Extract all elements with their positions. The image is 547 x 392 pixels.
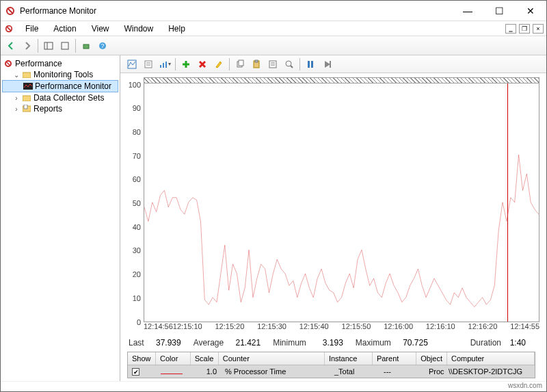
change-graph-type-button[interactable]: ▾ [157,57,172,72]
update-data-button[interactable] [319,57,334,72]
mdi-close-button[interactable]: × [533,24,544,34]
copy-properties-button[interactable] [232,57,248,72]
x-tick: 12:14:55 [510,322,539,335]
close-button[interactable]: ✕ [515,1,546,21]
stats-maximum-label: Maximum [356,338,391,348]
footer-text: wsxdn.com [508,382,542,389]
properties-button-chart[interactable] [265,57,280,72]
back-button[interactable] [3,38,18,53]
svg-rect-21 [160,65,161,68]
refresh-icon[interactable] [79,38,94,53]
th-color[interactable]: Color [156,352,191,365]
svg-rect-6 [62,42,68,49]
title-bar: Performance Monitor — ☐ ✕ [1,1,546,21]
view-current-activity-button[interactable] [124,57,139,72]
mdi-restore-button[interactable]: ❐ [519,24,530,34]
help-icon[interactable]: ? [95,38,110,53]
menu-window[interactable]: Window [120,23,158,35]
menu-action[interactable]: Action [49,23,80,35]
svg-rect-7 [83,44,89,49]
x-tick: 12:15:50 [342,322,384,335]
svg-point-35 [286,61,291,66]
cell-counter: % Processor Time [221,365,330,378]
plot-area: 0102030405060708090100 [123,77,539,322]
line-chart[interactable] [144,77,539,322]
cell-computer: \\DESKTOP-2IDTCJG [444,365,535,378]
menu-bar: File Action View Window Help ‗ ❐ × [1,21,546,36]
th-object[interactable]: Object [416,352,447,365]
paste-counter-list-button[interactable] [249,57,264,72]
y-tick: 0 [137,318,141,326]
stats-average-label: Average [194,338,224,348]
content-pane: ▾ 0102030405060708090100 [120,55,546,381]
properties-button[interactable] [57,38,72,53]
svg-rect-16 [24,105,27,109]
show-checkbox[interactable]: ✔ [132,368,139,376]
tree-performance-monitor[interactable]: Performance Monitor [2,80,118,92]
add-counter-button[interactable] [178,57,194,72]
th-computer[interactable]: Computer [447,352,535,365]
x-tick: 12:14:56 [144,322,173,335]
mdi-minimize-button[interactable]: ‗ [505,24,516,34]
stats-last-value: 37.939 [148,338,181,348]
tree-datasets-label: Data Collector Sets [34,93,104,103]
menu-help[interactable]: Help [164,23,189,35]
th-scale[interactable]: Scale [191,352,219,365]
footer: wsxdn.com [1,381,546,391]
x-axis: 12:14:5612:15:1012:15:2012:15:3012:15:40… [123,322,539,335]
tree-root-performance[interactable]: Performance [2,58,118,69]
svg-rect-22 [163,63,164,68]
tree-monitoring-label: Monitoring Tools [34,70,93,79]
svg-rect-29 [239,60,243,66]
svg-line-11 [6,62,10,66]
svg-text:?: ? [101,42,104,49]
tree-reports[interactable]: › Reports [2,103,118,114]
cell-instance: _Total [330,365,379,378]
window-title: Performance Monitor [20,6,96,16]
cell-show[interactable]: ✔ [128,365,157,378]
th-parent[interactable]: Parent [373,352,416,365]
series-line [144,155,539,306]
minimize-button[interactable]: — [452,1,483,21]
cell-scale: 1.0 [192,365,221,378]
svg-rect-37 [308,61,310,68]
counter-table[interactable]: Show Color Scale Counter Instance Parent… [127,352,535,379]
delete-counter-button[interactable] [195,57,210,72]
freeze-display-button[interactable] [303,57,318,72]
tree-data-collector-sets[interactable]: › Data Collector Sets [2,92,118,103]
forward-button[interactable] [20,38,35,53]
zoom-button[interactable] [282,57,297,72]
monitor-icon [23,81,33,91]
y-tick: 90 [133,104,141,112]
expand-icon[interactable]: › [13,94,20,102]
folder-icon [22,70,31,79]
tree-monitoring-tools[interactable]: ⌄ Monitoring Tools [2,69,118,80]
menu-view[interactable]: View [88,23,114,35]
svg-rect-12 [23,73,31,78]
menu-file[interactable]: File [21,23,42,35]
maximize-button[interactable]: ☐ [483,1,515,21]
app-small-icon [3,23,14,34]
x-tick: 12:15:30 [257,322,299,335]
show-hide-tree-button[interactable] [41,38,56,53]
stats-minimum-value: 3.193 [310,338,343,348]
collapse-icon[interactable]: ⌄ [13,71,20,79]
svg-line-3 [7,26,12,31]
y-tick: 70 [133,152,141,160]
navigation-tree[interactable]: Performance ⌄ Monitoring Tools Performan… [1,55,120,381]
th-instance[interactable]: Instance [325,352,373,365]
th-show[interactable]: Show [128,352,156,365]
table-row[interactable]: ✔ 1.0 % Processor Time _Total --- Proces… [128,365,535,378]
view-log-data-button[interactable] [141,57,156,72]
y-tick: 10 [133,294,141,302]
highlight-button[interactable] [211,57,226,72]
cell-color [157,365,192,378]
th-counter[interactable]: Counter [219,352,325,365]
tree-perfmon-label: Performance Monitor [35,81,111,91]
app-window: Performance Monitor — ☐ ✕ File Action Vi… [0,0,547,392]
cell-parent: --- [379,365,425,378]
expand-icon[interactable]: › [13,105,20,113]
svg-line-1 [8,8,13,14]
x-tick: 12:16:00 [384,322,426,335]
tree-reports-label: Reports [34,104,62,114]
